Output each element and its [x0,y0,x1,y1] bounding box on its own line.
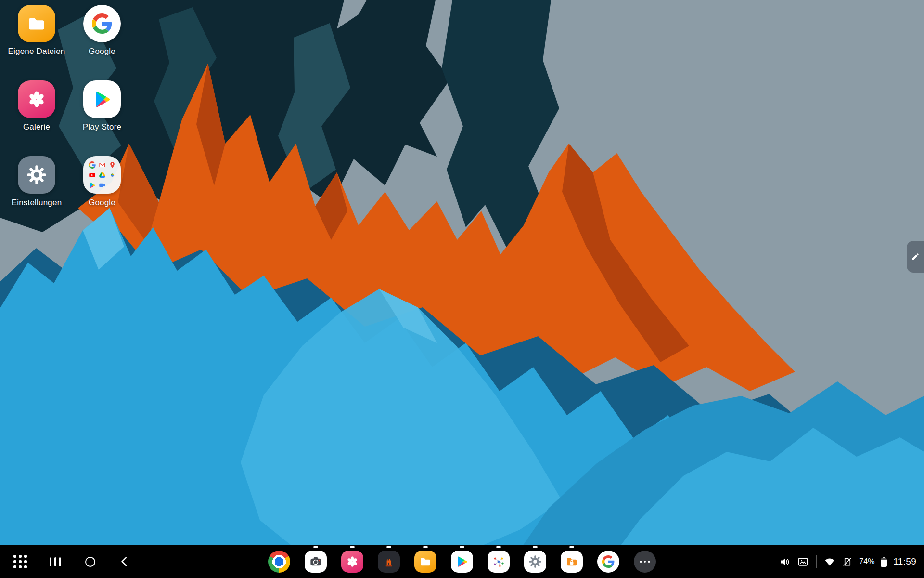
dock-gallery[interactable] [341,551,363,573]
running-indicator [496,546,501,548]
running-indicator [386,546,391,548]
google-folder-icon [83,156,121,194]
settings-gear-icon [524,551,546,573]
wifi-icon [824,556,835,567]
dock-google[interactable] [597,551,619,573]
status-cluster[interactable]: 74% 11:59 [779,545,916,578]
all-apps-button[interactable] [10,549,31,574]
settings-gear-icon [18,156,55,194]
running-indicator [569,546,574,548]
battery-icon [881,557,887,567]
battery-percent: 74% [859,557,874,566]
home-button[interactable] [79,549,101,574]
secure-folder-icon [561,551,583,573]
dock-network-app[interactable] [488,551,510,573]
shortcut-google-app[interactable]: Google [69,5,135,56]
maps-mini-icon [108,161,116,169]
running-indicator [313,546,318,548]
dock-play-store[interactable] [451,551,473,573]
photos-mini-icon [108,171,116,179]
clock: 11:59 [893,556,916,567]
shortcut-label: Play Store [83,122,121,132]
network-app-icon [488,551,510,573]
shortcut-play-store[interactable]: Play Store [69,80,135,132]
gallery-flower-icon [18,80,55,118]
dock-my-files[interactable] [414,551,436,573]
duo-mini-icon [98,181,106,189]
dock-tower-app[interactable] [378,551,400,573]
screen-capture-icon [797,556,809,568]
shortcut-label: Google [89,198,116,208]
battery-fill [881,560,887,566]
youtube-mini-icon [88,171,96,179]
chrome-icon [268,551,290,573]
dock-chrome[interactable] [268,551,290,573]
wallpaper [0,0,924,578]
play-store-icon [451,551,473,573]
gallery-flower-icon [341,551,363,573]
back-icon [118,555,131,568]
camera-icon [305,551,327,573]
tower-app-icon [378,551,400,573]
nav-divider [38,555,38,568]
google-g-icon [597,551,619,573]
dock-settings[interactable] [524,551,546,573]
folder-mini-grid [88,161,116,189]
running-indicator [423,546,428,548]
recents-button[interactable] [45,549,66,574]
running-indicator [533,546,538,548]
shortcut-settings[interactable]: Einstellungen [4,156,69,208]
shortcut-label: Galerie [23,122,50,132]
shortcut-my-files[interactable]: Eigene Dateien [4,5,69,56]
gmail-mini-icon [98,161,106,169]
shortcut-google-folder[interactable]: Google [69,156,135,208]
shortcut-label: Einstellungen [12,198,62,208]
back-button[interactable] [114,549,135,574]
play-store-icon [83,80,121,118]
running-indicator [350,546,355,548]
edge-panel-handle[interactable] [907,241,924,273]
google-g-icon [83,5,121,42]
more-apps-icon [634,551,656,573]
home-icon [85,557,95,567]
drive-mini-icon [98,171,106,179]
tablet-home-screen: Eigene Dateien Google [0,0,924,578]
app-grid-icon [13,555,27,568]
running-indicator [460,546,464,548]
speaker-icon [779,556,791,568]
my-files-icon [414,551,436,573]
recents-icon [50,557,61,566]
shortcut-gallery[interactable]: Galerie [4,80,69,132]
shortcut-label: Eigene Dateien [8,47,65,56]
play-mini-icon [88,181,96,189]
taskbar: 74% 11:59 [0,545,924,578]
shortcut-label: Google [89,47,116,56]
status-divider [816,555,817,568]
more-apps-button[interactable] [634,551,656,573]
desktop-shortcuts: Eigene Dateien Google [4,5,135,208]
navigation-buttons [10,545,135,578]
dock-secure-folder[interactable] [561,551,583,573]
dock-camera[interactable] [305,551,327,573]
no-sim-icon [842,556,853,567]
my-files-icon [18,5,55,42]
google-g-mini-icon [88,161,96,169]
dock [268,545,656,578]
pencil-icon [911,252,920,261]
